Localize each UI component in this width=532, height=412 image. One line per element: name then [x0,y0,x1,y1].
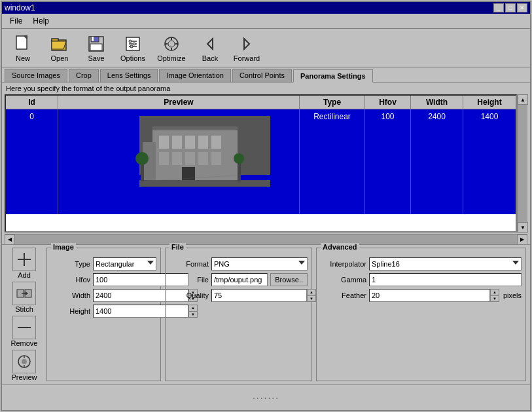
quality-label: Quality [169,291,209,299]
svg-rect-3 [52,39,58,41]
tab-panorama[interactable]: Panorama Settings [293,69,373,83]
width-label: Width [51,291,90,299]
toolbar: New Open Save [2,29,530,67]
col-type: Type [300,96,365,109]
tab-orientation[interactable]: Image Orientation [159,69,230,82]
cell-height: 1400 [463,109,516,214]
table-scrollbar-v[interactable]: ▲ ▼ [517,94,527,233]
quality-spin-down[interactable]: ▼ [308,296,315,302]
scroll-up-button[interactable]: ▲ [518,94,528,105]
open-icon [49,33,70,54]
feather-spin-up[interactable]: ▲ [491,290,499,296]
cell-width: 2400 [411,109,463,214]
options-button[interactable]: Options [116,31,150,64]
bottom-scrollbar[interactable]: ◀ ▶ [5,234,527,244]
back-button[interactable]: Back [193,31,227,64]
file-group-label: File [169,243,186,251]
optimize-icon [161,33,182,54]
open-button[interactable]: Open [43,31,77,64]
table-header: Id Preview Type Hfov Width Height [6,96,516,109]
feather-row: Feather ▲ ▼ pixels [321,289,522,302]
save-button[interactable]: Save [79,31,113,64]
table-area: Id Preview Type Hfov Width Height 0 [5,94,517,233]
cell-preview [58,109,300,214]
forward-button[interactable]: Forward [230,31,264,64]
tab-source[interactable]: Source Images [5,69,67,82]
preview-button[interactable]: Preview [6,350,43,381]
tab-crop[interactable]: Crop [69,69,99,82]
advanced-group-label: Advanced [321,243,359,251]
add-label: Add [18,271,31,279]
gamma-input[interactable] [369,273,522,286]
feather-spin-buttons: ▲ ▼ [490,289,499,302]
format-select[interactable]: PNG [211,257,308,271]
tab-control[interactable]: Control Points [232,69,292,82]
remove-button[interactable]: Remove [6,316,43,347]
image-group-label: Image [51,243,76,251]
svg-rect-40 [139,180,270,187]
main-window: window1 _ □ ✕ File Help New [1,1,531,411]
main-area: Here you specify the format of the outpu… [2,83,530,410]
interpolator-select[interactable]: Spline16 [369,257,522,271]
cell-type: Rectilinear [300,109,365,214]
svg-rect-43 [238,162,241,181]
remove-icon [12,316,36,339]
type-select[interactable]: Rectangular [93,257,156,271]
svg-rect-32 [159,152,169,165]
svg-rect-35 [198,152,208,165]
svg-rect-28 [172,136,182,149]
table-row[interactable]: 0 [6,109,516,214]
side-buttons: Add Stitch [6,248,43,381]
scroll-track-h[interactable] [15,234,517,244]
scroll-right-button[interactable]: ▶ [517,234,527,245]
minimize-button[interactable]: _ [493,3,504,12]
height-row: Height ▲ ▼ [51,305,156,318]
scroll-track-v[interactable] [518,105,527,222]
svg-rect-34 [185,152,195,165]
new-button[interactable]: New [6,31,40,64]
scroll-left-button[interactable]: ◀ [5,234,15,245]
menu-help[interactable]: Help [27,15,54,27]
table-body: 0 [6,109,516,231]
col-id: Id [6,96,58,109]
svg-point-42 [135,152,149,165]
menu-file[interactable]: File [5,15,27,27]
hfov-row: Hfov [51,273,156,286]
svg-rect-30 [198,136,208,149]
remove-label: Remove [11,339,38,347]
tabs-bar: Source Images Crop Lens Settings Image O… [2,67,530,83]
stitch-label: Stitch [15,305,33,313]
save-icon [86,33,107,54]
close-button[interactable]: ✕ [517,3,527,12]
forward-icon [236,33,257,54]
optimize-button[interactable]: Optimize [152,31,190,64]
hfov-label: Hfov [51,276,90,284]
tab-lens[interactable]: Lens Settings [100,69,158,82]
feather-spin-down[interactable]: ▼ [491,296,499,302]
quality-spin-up[interactable]: ▲ [308,290,315,296]
svg-point-13 [129,40,132,43]
maximize-button[interactable]: □ [505,3,516,12]
svg-point-44 [234,153,244,164]
col-preview: Preview [58,96,300,109]
feather-spinner: ▲ ▼ [369,289,499,302]
svg-point-14 [133,43,135,45]
stitch-button[interactable]: Stitch [6,282,43,313]
browse-button[interactable]: Browse.. [270,273,308,286]
height-label: Height [51,307,90,315]
svg-rect-31 [211,136,221,149]
options-icon [122,33,143,54]
scroll-down-button[interactable]: ▼ [518,222,528,233]
file-label: File [169,276,209,284]
quality-input[interactable] [211,289,307,302]
add-button[interactable]: Add [6,248,43,279]
feather-input[interactable] [369,289,490,302]
quality-row: Quality ▲ ▼ [169,289,308,302]
svg-rect-7 [92,37,94,41]
stitch-icon [12,282,36,305]
file-row: File Browse.. [169,273,308,286]
file-input[interactable] [211,273,268,286]
quality-spinner: ▲ ▼ [211,289,316,302]
svg-rect-33 [172,152,182,165]
status-bar: ······· [2,384,530,410]
